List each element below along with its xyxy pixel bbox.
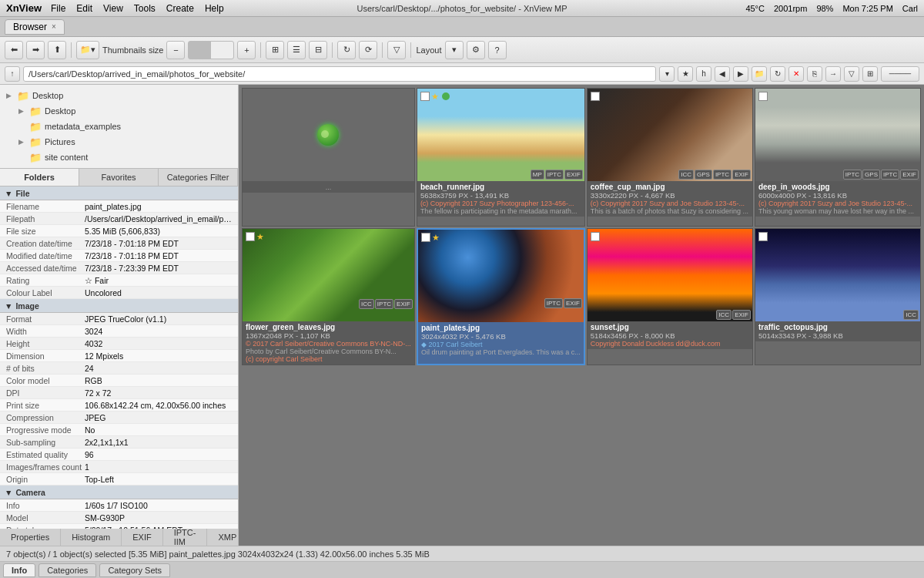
tree-arrow-desktop1: ▶ bbox=[6, 92, 14, 99]
tab-label: Browser bbox=[13, 22, 47, 32]
badge-exif: EXIF bbox=[564, 170, 583, 180]
bottom-tab-category-sets[interactable]: Category Sets bbox=[99, 563, 170, 577]
settings-button[interactable]: ⚙ bbox=[467, 41, 485, 59]
addr-back-button[interactable]: ◀ bbox=[715, 66, 730, 82]
badge-icc-c: ICC bbox=[678, 170, 694, 180]
thumb-cell-beach-runner[interactable]: ★ MP IPTC EXIF beach_runner.jpg 5638x375… bbox=[417, 88, 585, 227]
woods-description: This young woman may have lost her way i… bbox=[758, 207, 917, 215]
meta-key-accessed: Accessed date/time bbox=[0, 264, 85, 273]
prop-tab-properties[interactable]: Properties bbox=[0, 529, 61, 546]
meta-value-height: 4032 bbox=[85, 339, 238, 348]
tree-label-desktop2: Desktop bbox=[45, 106, 75, 116]
help-button[interactable]: ? bbox=[488, 41, 507, 59]
meta-section-image[interactable]: ▼ Image bbox=[0, 299, 238, 313]
tree-item-desktop1[interactable]: ▶ 📁 Desktop bbox=[0, 88, 238, 103]
tab-close-button[interactable]: × bbox=[52, 22, 56, 31]
addr-copy-button[interactable]: ⎘ bbox=[807, 66, 822, 82]
view-icons-button[interactable]: ⊞ bbox=[266, 41, 284, 59]
beach-checkbox[interactable] bbox=[420, 92, 430, 101]
refresh-button[interactable]: ↻ bbox=[337, 41, 356, 59]
battery-display: 98% bbox=[816, 4, 833, 13]
thumb-cell-woods[interactable]: IPTC GPS IPTC EXIF deep_in_woods.jpg 600… bbox=[755, 88, 921, 227]
beach-star: ★ bbox=[431, 92, 439, 102]
thumbnails-smaller-button[interactable]: − bbox=[166, 41, 185, 59]
view-detail-button[interactable]: ⊟ bbox=[309, 41, 327, 59]
tree-icon-pictures: 📁 bbox=[29, 136, 42, 148]
addr-star-button[interactable]: ★ bbox=[678, 66, 693, 82]
addr-up-button[interactable]: ↑ bbox=[5, 66, 20, 82]
menu-view[interactable]: View bbox=[103, 3, 123, 14]
traffic-checkbox[interactable] bbox=[758, 232, 768, 241]
traffic-dimensions: 5014x3343 PX - 3,988 KB bbox=[758, 331, 917, 340]
flower-checkbox[interactable] bbox=[246, 232, 255, 241]
addr-filter-button[interactable]: h bbox=[696, 66, 711, 82]
beach-dot bbox=[442, 92, 450, 100]
sidebar-tab-favorites[interactable]: Favorites bbox=[79, 169, 159, 186]
thumb-cell-sunset[interactable]: ICC EXIF sunset.jpg 5184x3456 PX - 8,000… bbox=[587, 228, 753, 365]
menu-help[interactable]: Help bbox=[205, 3, 224, 14]
layout-dropdown-button[interactable]: ▾ bbox=[445, 41, 464, 59]
tree-item-sitecontent[interactable]: 📁 site content bbox=[12, 150, 238, 165]
addr-forward-button[interactable]: ▶ bbox=[733, 66, 748, 82]
meta-key-cam-info: Info bbox=[0, 501, 85, 510]
nav-back-button[interactable]: ⬅ bbox=[5, 41, 23, 59]
bottom-tab-info[interactable]: Info bbox=[3, 563, 35, 577]
menu-create[interactable]: Create bbox=[166, 3, 194, 14]
thumb-cell-coffee[interactable]: ICC GPS IPTC EXIF coffee_cup_man.jpg 333… bbox=[587, 88, 753, 227]
prop-tab-histogram[interactable]: Histogram bbox=[61, 529, 122, 546]
prop-tab-exif[interactable]: EXIF bbox=[122, 529, 162, 546]
addr-zoom-slider[interactable]: ──── bbox=[881, 66, 919, 82]
thumbnails-larger-button[interactable]: + bbox=[237, 41, 256, 59]
browser-tab[interactable]: Browser × bbox=[5, 19, 65, 35]
thumbnails-slider[interactable] bbox=[188, 41, 234, 59]
thumb-cell-traffic[interactable]: ICC traffic_octopus.jpg 5014x3343 PX - 3… bbox=[755, 228, 921, 365]
tree-item-pictures[interactable]: ▶ 📁 Pictures bbox=[12, 134, 238, 150]
addr-filter2-button[interactable]: ▽ bbox=[844, 66, 859, 82]
thumb-cell-flower[interactable]: ★ ICC IPTC EXIF flower_green_leaves.jpg … bbox=[242, 228, 415, 365]
paint-checkbox[interactable] bbox=[421, 233, 430, 242]
menubar: XnView File Edit View Tools Create Help … bbox=[0, 0, 924, 17]
meta-section-image-label: Image bbox=[15, 301, 38, 311]
tree-item-desktop2[interactable]: ▶ 📁 Desktop bbox=[12, 103, 238, 119]
address-path[interactable]: /Users/carl/Desktop/arrived_in_email/pho… bbox=[23, 66, 656, 82]
woods-checkbox[interactable] bbox=[758, 92, 768, 101]
sidebar-tab-folders[interactable]: Folders bbox=[0, 169, 79, 186]
sidebar-tab-categories[interactable]: Categories Filter bbox=[159, 169, 238, 186]
coffee-description: This is a batch of photos that Suzy is c… bbox=[591, 207, 749, 215]
meta-row-origin: Origin Top-Left bbox=[0, 473, 238, 486]
nav-up-button[interactable]: ⬆ bbox=[48, 41, 66, 59]
menu-edit[interactable]: Edit bbox=[76, 3, 92, 14]
prop-tab-iptc[interactable]: IPTC-IIM bbox=[163, 529, 208, 546]
user-display: Carl bbox=[902, 4, 918, 13]
toolbar: ⬅ ➡ ⬆ 📁▾ Thumbnails size − + ⊞ ☰ ⊟ ↻ ⟳ ▽… bbox=[0, 37, 924, 63]
thumb-cell-empty[interactable]: ... bbox=[242, 88, 415, 227]
coffee-checkbox[interactable] bbox=[591, 92, 600, 101]
addr-viewgrid-button[interactable]: ⊞ bbox=[862, 66, 878, 82]
badge-icc-t: ICC bbox=[903, 310, 919, 320]
menu-tools[interactable]: Tools bbox=[134, 3, 156, 14]
addr-delete-button[interactable]: ✕ bbox=[788, 66, 804, 82]
meta-section-file[interactable]: ▼ File bbox=[0, 187, 238, 200]
addr-dropdown-button[interactable]: ▾ bbox=[659, 66, 675, 82]
tree-label-metadata: metadata_examples bbox=[45, 122, 121, 131]
nav-forward-button[interactable]: ➡ bbox=[26, 41, 45, 59]
menu-file[interactable]: File bbox=[51, 3, 65, 14]
bottom-tab-categories[interactable]: Categories bbox=[38, 563, 96, 577]
meta-row-compression: Compression JPEG bbox=[0, 412, 238, 424]
meta-key-origin: Origin bbox=[0, 475, 85, 484]
sunset-checkbox[interactable] bbox=[591, 232, 600, 241]
meta-section-camera[interactable]: ▼ Camera bbox=[0, 486, 238, 499]
addr-move-button[interactable]: → bbox=[825, 66, 841, 82]
thumbnail-grid[interactable]: ... ★ MP IPTC EXIF beach_runner.jpg 5 bbox=[239, 85, 924, 546]
view-list-button[interactable]: ☰ bbox=[287, 41, 306, 59]
thumb-cell-paint[interactable]: ★ IPTC EXIF paint_plates.jpg 3024x4032 P… bbox=[417, 228, 585, 365]
filter-button[interactable]: ▽ bbox=[387, 41, 406, 59]
meta-value-width: 3024 bbox=[85, 327, 238, 336]
addr-refresh-button[interactable]: ↻ bbox=[770, 66, 785, 82]
tree-item-metadata[interactable]: 📁 metadata_examples bbox=[12, 119, 238, 134]
prop-tab-xmp[interactable]: XMP bbox=[207, 529, 239, 546]
meta-value-filename: paint_plates.jpg bbox=[85, 202, 238, 211]
addr-folder-button[interactable]: 📁 bbox=[752, 66, 767, 82]
folder-dropdown-button[interactable]: 📁▾ bbox=[76, 41, 99, 59]
reload-button[interactable]: ⟳ bbox=[359, 41, 377, 59]
